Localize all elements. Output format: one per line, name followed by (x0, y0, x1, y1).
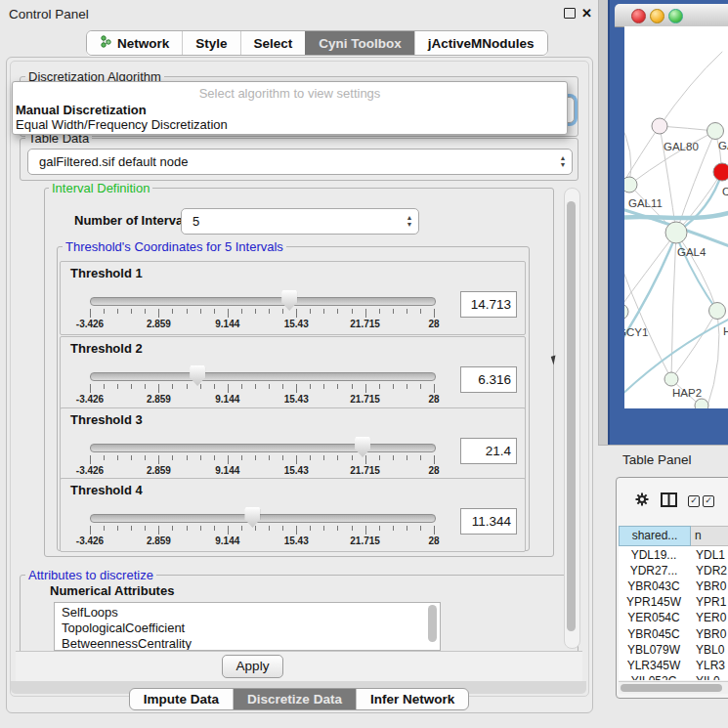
tick-mark (337, 384, 338, 389)
combo-stepper-icon: ▲▼ (554, 155, 572, 168)
attribute-list-item[interactable]: BetweennessCentrality (62, 636, 192, 651)
column-header-shared[interactable]: shared... (619, 526, 691, 546)
table-row[interactable]: YPR145WYPR1 (619, 595, 728, 611)
checkbox-icon[interactable]: ✓ (688, 495, 700, 507)
zoom-traffic-light-icon[interactable] (668, 9, 683, 23)
tick-label: 9.144 (215, 535, 239, 546)
network-node[interactable] (707, 123, 724, 140)
close-traffic-light-icon[interactable] (631, 9, 646, 23)
table-horizontal-scrollbar[interactable] (619, 681, 728, 694)
network-node[interactable] (624, 177, 637, 193)
network-edge[interactable] (676, 172, 722, 233)
algorithm-popup: Select algorithm to view settings Manual… (12, 81, 568, 135)
cell-shared-name: YLR345W (619, 659, 689, 672)
node-label: C (722, 186, 728, 197)
network-window-titlebar[interactable] (615, 4, 728, 27)
tab-label: Cyni Toolbox (319, 32, 402, 55)
split-columns-icon[interactable] (661, 492, 677, 511)
table-row[interactable]: YER054CYER0 (619, 611, 728, 626)
popup-option-equal-width[interactable]: Equal Width/Frequency Discretization (16, 117, 228, 132)
table-row[interactable]: YDL19...YDL1 (619, 548, 728, 564)
minimize-traffic-light-icon[interactable] (650, 9, 664, 23)
table-row[interactable]: YBR043CYBR0 (619, 579, 728, 595)
network-node[interactable] (624, 304, 628, 320)
bottom-tab-infer-network[interactable]: Infer Network (356, 689, 468, 709)
cell-name: YLR3 (696, 659, 725, 672)
tab-jactivemnodules[interactable]: jActiveMNodules (414, 31, 547, 55)
network-node[interactable] (709, 303, 726, 320)
network-edge[interactable] (676, 172, 722, 233)
network-edge[interactable] (624, 259, 671, 379)
tick-mark (296, 384, 297, 393)
threshold-slider-handle[interactable] (355, 437, 370, 457)
column-header-name[interactable]: n (691, 526, 728, 546)
network-node[interactable] (713, 163, 728, 181)
gear-icon[interactable] (634, 492, 650, 511)
network-view-window: GAL80GAGAL11CGAL4GCY1HHAP2 (608, 0, 728, 445)
popup-option-manual[interactable]: Manual Discretization (16, 103, 147, 117)
tab-style[interactable]: Style (182, 31, 239, 55)
table-data-combo[interactable]: galFiltered.sif default node ▲▼ (27, 149, 573, 175)
close-icon[interactable]: ✕ (581, 7, 592, 20)
tick-mark (90, 455, 91, 464)
checkbox-icon[interactable]: ✓ (703, 495, 714, 507)
tick-mark (104, 455, 105, 460)
cp-tab-bar: NetworkStyleSelectCyni ToolboxjActiveMNo… (86, 30, 548, 56)
network-edge[interactable] (660, 52, 722, 126)
bottom-tab-impute-data[interactable]: Impute Data (130, 689, 233, 709)
threshold-slider-track[interactable] (90, 372, 436, 381)
tick-mark (337, 455, 338, 460)
table-row[interactable]: YLR345WYLR3 (619, 659, 728, 674)
network-edge[interactable] (624, 233, 676, 310)
tick-mark (310, 526, 311, 531)
combo-stepper-icon: ▲▼ (401, 215, 418, 228)
threshold-slider-handle[interactable] (190, 365, 205, 386)
network-edge[interactable] (676, 233, 717, 311)
tick-mark (172, 455, 173, 460)
tab-cyni-toolbox[interactable]: Cyni Toolbox (305, 31, 414, 55)
attribute-list-item[interactable]: TopologicalCoefficient (62, 621, 185, 635)
network-node[interactable] (665, 222, 687, 243)
threshold-slider-track[interactable] (90, 514, 436, 523)
tick-label: 21.715 (350, 319, 380, 329)
list-scrollbar-thumb[interactable] (428, 605, 437, 642)
bottom-tab-discretize-data[interactable]: Discretize Data (233, 689, 356, 709)
network-canvas[interactable]: GAL80GAGAL11CGAL4GCY1HHAP2 (624, 26, 728, 408)
tick-mark (214, 309, 215, 314)
threshold-value-field[interactable]: 14.713 (460, 291, 517, 318)
network-edge[interactable] (671, 233, 676, 379)
table-row[interactable]: YBL079WYBL0 (619, 643, 728, 659)
network-edge[interactable] (629, 131, 715, 185)
threshold-value-field[interactable]: 11.344 (460, 508, 517, 535)
num-intervals-combo[interactable]: 5 ▲▼ (181, 208, 419, 235)
threshold-value-field[interactable]: 6.316 (460, 366, 517, 393)
table-row[interactable]: YDR27...YDR2 (619, 564, 728, 579)
network-node[interactable] (664, 372, 678, 386)
numerical-attributes-list[interactable]: SelfLoopsTopologicalCoefficientBetweenne… (54, 602, 441, 651)
tab-network[interactable]: Network (87, 31, 182, 55)
network-edge[interactable] (671, 311, 717, 379)
network-node[interactable] (695, 399, 708, 408)
cell-name: YBR0 (696, 579, 726, 593)
threshold-slider-track[interactable] (90, 444, 436, 452)
tick-label: 2.859 (147, 319, 171, 329)
tick-mark (131, 384, 132, 389)
threshold-slider-handle[interactable] (244, 507, 260, 528)
table-row[interactable]: YBR045CYBR0 (619, 627, 728, 643)
slider-ticks (90, 526, 434, 535)
tab-select[interactable]: Select (240, 31, 306, 55)
scrollbar-thumb[interactable] (567, 201, 576, 631)
panel-vertical-scrollbar[interactable] (564, 188, 580, 649)
float-window-icon[interactable] (564, 8, 576, 19)
tick-mark (145, 384, 146, 389)
tick-mark (158, 526, 159, 535)
network-node[interactable] (652, 118, 667, 134)
apply-button[interactable]: Apply (222, 655, 283, 678)
scrollbar-thumb[interactable] (621, 684, 722, 692)
threshold-slider-track[interactable] (90, 297, 436, 306)
threshold-value-field[interactable]: 21.4 (460, 438, 517, 464)
threshold-slider-handle[interactable] (281, 290, 297, 311)
attribute-list-item[interactable]: SelfLoops (62, 605, 118, 620)
table-row[interactable]: YIL052CYIL0 (619, 674, 728, 680)
interval-definition-title: Interval Definition (49, 181, 152, 195)
